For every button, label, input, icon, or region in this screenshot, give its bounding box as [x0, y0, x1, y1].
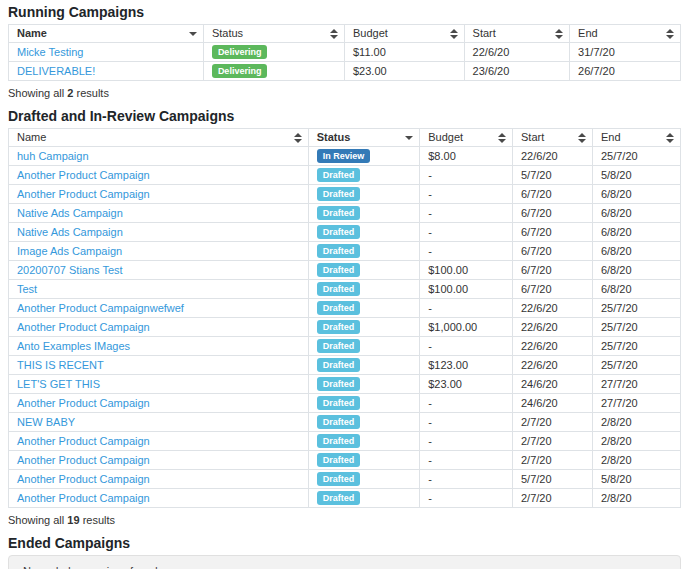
budget-cell: - — [420, 413, 513, 432]
campaign-link[interactable]: Another Product Campaign — [17, 473, 150, 485]
end-cell: 6/8/20 — [592, 223, 680, 242]
status-cell: Drafted — [308, 337, 420, 356]
section-title-ended: Ended Campaigns — [8, 535, 681, 551]
status-badge: Drafted — [317, 225, 361, 239]
campaign-link[interactable]: Native Ads Campaign — [17, 207, 123, 219]
column-header-start[interactable]: Start — [464, 25, 570, 43]
campaign-link[interactable]: Image Ads Campaign — [17, 245, 122, 257]
campaign-link[interactable]: Anto Examples IMages — [17, 340, 130, 352]
name-cell: 20200707 Stians Test — [9, 261, 309, 280]
name-cell: Another Product Campaign — [9, 470, 309, 489]
status-cell: Drafted — [308, 413, 420, 432]
campaign-link[interactable]: THIS IS RECENT — [17, 359, 104, 371]
budget-cell: - — [420, 432, 513, 451]
budget-cell: - — [420, 223, 513, 242]
table-row: THIS IS RECENTDrafted$123.0022/6/2025/7/… — [9, 356, 681, 375]
sort-both-icon — [450, 29, 458, 39]
campaign-link[interactable]: 20200707 Stians Test — [17, 264, 123, 276]
start-cell: 22/6/20 — [512, 337, 592, 356]
table-row: TestDrafted$100.006/7/206/8/20 — [9, 280, 681, 299]
status-cell: Drafted — [308, 166, 420, 185]
start-cell: 2/7/20 — [512, 432, 592, 451]
status-badge: Drafted — [317, 434, 361, 448]
table-row: Another Product CampaignDrafted-24/6/202… — [9, 394, 681, 413]
running-campaigns-table: NameStatusBudgetStartEnd Micke TestingDe… — [8, 24, 681, 81]
campaign-link[interactable]: Another Product Campaign — [17, 435, 150, 447]
status-cell: Drafted — [308, 223, 420, 242]
status-badge: Drafted — [317, 358, 361, 372]
table-row: 20200707 Stians TestDrafted$100.006/7/20… — [9, 261, 681, 280]
table-row: NEW BABYDrafted-2/7/202/8/20 — [9, 413, 681, 432]
status-cell: Delivering — [203, 43, 344, 62]
end-cell: 6/8/20 — [592, 185, 680, 204]
status-cell: Drafted — [308, 204, 420, 223]
status-cell: Drafted — [308, 470, 420, 489]
column-header-end[interactable]: End — [570, 25, 681, 43]
end-cell: 31/7/20 — [570, 43, 681, 62]
campaign-link[interactable]: DELIVERABLE! — [17, 65, 95, 77]
campaign-link[interactable]: Another Product Campaign — [17, 397, 150, 409]
status-badge: Drafted — [317, 320, 361, 334]
campaign-link[interactable]: Another Product Campaign — [17, 492, 150, 504]
budget-cell: $23.00 — [420, 375, 513, 394]
table-row: huh CampaignIn Review$8.0022/6/2025/7/20 — [9, 147, 681, 166]
campaign-link[interactable]: Test — [17, 283, 37, 295]
campaign-link[interactable]: Native Ads Campaign — [17, 226, 123, 238]
end-cell: 5/8/20 — [592, 166, 680, 185]
status-badge: Drafted — [317, 187, 361, 201]
status-badge: Drafted — [317, 377, 361, 391]
end-cell: 6/8/20 — [592, 261, 680, 280]
budget-cell: - — [420, 394, 513, 413]
results-summary-running: Showing all 2 results — [8, 87, 681, 100]
status-badge: Drafted — [317, 282, 361, 296]
start-cell: 24/6/20 — [512, 375, 592, 394]
column-header-budget[interactable]: Budget — [420, 129, 513, 147]
column-header-name[interactable]: Name — [9, 25, 204, 43]
start-cell: 22/6/20 — [464, 43, 570, 62]
budget-cell: - — [420, 166, 513, 185]
end-cell: 27/7/20 — [592, 394, 680, 413]
end-cell: 25/7/20 — [592, 318, 680, 337]
end-cell: 27/7/20 — [592, 375, 680, 394]
table-row: Micke TestingDelivering$11.0022/6/2031/7… — [9, 43, 681, 62]
results-summary-drafted: Showing all 19 results — [8, 514, 681, 527]
column-header-status[interactable]: Status — [203, 25, 344, 43]
sort-both-icon — [498, 133, 506, 143]
column-header-end[interactable]: End — [592, 129, 680, 147]
sort-both-icon — [666, 29, 674, 39]
end-cell: 2/8/20 — [592, 451, 680, 470]
start-cell: 6/7/20 — [512, 261, 592, 280]
campaign-link[interactable]: Micke Testing — [17, 46, 83, 58]
column-header-status[interactable]: Status — [308, 129, 420, 147]
budget-cell: $100.00 — [420, 261, 513, 280]
name-cell: Another Product Campaign — [9, 185, 309, 204]
campaign-link[interactable]: Another Product Campaign — [17, 321, 150, 333]
campaign-link[interactable]: Another Product Campaign — [17, 188, 150, 200]
table-row: Another Product CampaignDrafted-6/7/206/… — [9, 185, 681, 204]
section-drafted-campaigns: Drafted and In-Review Campaigns NameStat… — [8, 108, 681, 527]
budget-cell: $23.00 — [344, 62, 464, 81]
column-header-budget[interactable]: Budget — [344, 25, 464, 43]
status-cell: Drafted — [308, 394, 420, 413]
start-cell: 22/6/20 — [512, 299, 592, 318]
sort-both-icon — [330, 29, 338, 39]
sort-desc-icon — [189, 32, 197, 36]
column-header-start[interactable]: Start — [512, 129, 592, 147]
name-cell: Another Product Campaign — [9, 432, 309, 451]
budget-cell: - — [420, 299, 513, 318]
campaign-link[interactable]: Another Product Campaign — [17, 169, 150, 181]
budget-cell: $11.00 — [344, 43, 464, 62]
campaign-link[interactable]: huh Campaign — [17, 150, 89, 162]
campaign-link[interactable]: LET'S GET THIS — [17, 378, 100, 390]
column-header-name[interactable]: Name — [9, 129, 309, 147]
name-cell: Another Product Campaign — [9, 489, 309, 508]
name-cell: Image Ads Campaign — [9, 242, 309, 261]
campaign-link[interactable]: Another Product Campaignwefwef — [17, 302, 184, 314]
end-cell: 6/8/20 — [592, 280, 680, 299]
column-label: Start — [473, 27, 496, 39]
campaign-link[interactable]: Another Product Campaign — [17, 454, 150, 466]
campaign-link[interactable]: NEW BABY — [17, 416, 75, 428]
summary-text: results — [83, 514, 115, 526]
start-cell: 24/6/20 — [512, 394, 592, 413]
end-cell: 25/7/20 — [592, 299, 680, 318]
